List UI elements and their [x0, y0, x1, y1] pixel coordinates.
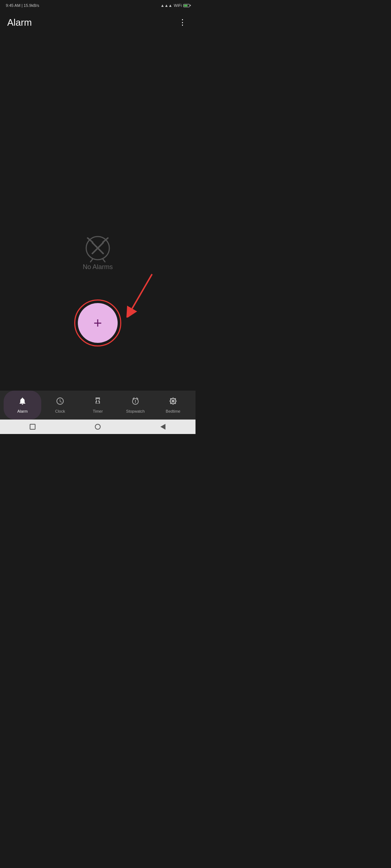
status-icons: ▲▲▲ WiFi — [160, 3, 190, 8]
home-button[interactable] — [93, 422, 102, 431]
nav-bedtime[interactable]: Bedtime — [154, 391, 192, 420]
svg-line-5 — [91, 259, 93, 262]
signal-icon: ▲▲▲ — [160, 3, 172, 8]
clock-nav-icon — [56, 397, 64, 408]
recents-icon — [30, 424, 35, 430]
fab-annotation-ring: + — [74, 299, 121, 346]
annotation-arrow — [123, 271, 159, 314]
stopwatch-nav-label: Stopwatch — [126, 409, 144, 413]
header: Alarm ⋮ — [0, 11, 196, 32]
nav-timer[interactable]: Timer — [79, 391, 117, 420]
empty-state: No Alarms — [76, 227, 119, 271]
bedtime-nav-icon — [169, 397, 177, 408]
system-nav-bar — [0, 420, 196, 434]
wifi-icon: WiFi — [174, 3, 182, 8]
empty-state-message: No Alarms — [83, 263, 113, 271]
clock-nav-label: Clock — [55, 409, 65, 413]
add-alarm-button[interactable]: + — [78, 303, 118, 343]
svg-line-6 — [103, 259, 105, 262]
overflow-menu-button[interactable]: ⋮ — [177, 17, 188, 28]
recents-button[interactable] — [28, 422, 37, 431]
bedtime-nav-label: Bedtime — [166, 409, 180, 413]
main-content: No Alarms + — [0, 32, 196, 393]
back-button[interactable] — [159, 422, 167, 431]
stopwatch-nav-icon — [131, 397, 140, 408]
status-bar: 9:45 AM | 15.9kB/s ▲▲▲ WiFi — [0, 0, 196, 11]
alarm-nav-icon — [18, 397, 27, 408]
page-title: Alarm — [7, 17, 32, 28]
add-icon: + — [93, 316, 102, 330]
nav-clock[interactable]: Clock — [41, 391, 79, 420]
battery-icon — [183, 4, 190, 7]
nav-stopwatch[interactable]: Stopwatch — [117, 391, 154, 420]
fab-container: + — [74, 299, 121, 346]
no-alarm-icon — [76, 227, 119, 263]
alarm-nav-label: Alarm — [17, 409, 28, 413]
bottom-nav: Alarm Clock Timer Stopwatch — [0, 391, 196, 420]
svg-line-8 — [132, 274, 152, 309]
back-icon — [160, 424, 165, 430]
timer-nav-icon — [93, 397, 102, 408]
status-time: 9:45 AM | 15.9kB/s — [6, 3, 39, 8]
timer-nav-label: Timer — [93, 409, 103, 413]
home-icon — [95, 424, 101, 430]
nav-alarm[interactable]: Alarm — [4, 391, 41, 420]
